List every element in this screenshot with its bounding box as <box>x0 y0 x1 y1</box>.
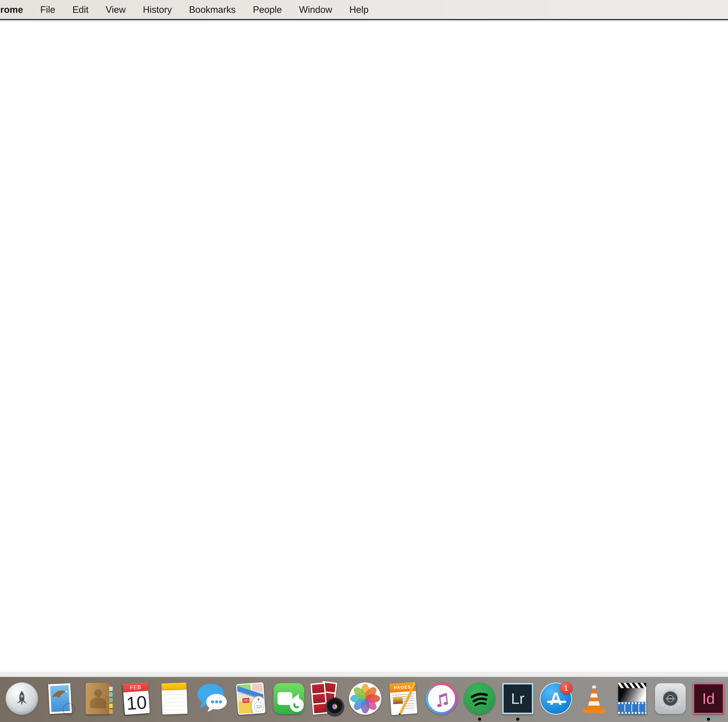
dock-item-pages[interactable]: PAGES <box>387 682 420 715</box>
menu-help[interactable]: Help <box>349 4 369 15</box>
facetime-icon <box>274 683 304 714</box>
vlc-icon <box>577 682 611 715</box>
dock-item-system-preferences[interactable] <box>654 682 687 715</box>
itunes-icon <box>425 683 457 714</box>
menu-people[interactable]: People <box>253 4 282 15</box>
dock-item-video-clip-app[interactable] <box>615 682 649 715</box>
photos-icon <box>349 682 381 715</box>
clapperboard-icon <box>618 683 646 714</box>
indesign-label: Id <box>702 690 715 707</box>
dock-item-mail[interactable] <box>43 682 77 715</box>
dock-item-lightroom[interactable]: Lr <box>501 682 534 715</box>
calendar-day: 10 <box>123 691 150 715</box>
mail-icon <box>48 683 72 714</box>
contacts-icon <box>86 683 111 714</box>
menu-view[interactable]: View <box>106 4 126 15</box>
dock-item-app-store[interactable]: A 1 <box>539 682 573 715</box>
menu-bar: rome File Edit View History Bookmarks Pe… <box>0 0 728 19</box>
gear-icon <box>658 686 683 711</box>
window-bottom-strip <box>0 672 728 677</box>
maps-route-shield: 280 <box>242 698 250 704</box>
running-indicator <box>707 717 710 721</box>
app-store-icon: A 1 <box>540 682 572 714</box>
dock-item-calendar[interactable]: FEB 10 <box>119 682 153 715</box>
window-top-strip <box>0 20 728 22</box>
menu-bookmarks[interactable]: Bookmarks <box>189 4 236 15</box>
menubar-border <box>0 19 728 20</box>
dock-item-itunes[interactable] <box>425 682 458 715</box>
dock-item-indesign[interactable]: Id <box>692 682 725 715</box>
blank-window-content <box>0 22 728 672</box>
menu-window[interactable]: Window <box>299 4 332 15</box>
running-indicator <box>516 717 519 721</box>
menu-edit[interactable]: Edit <box>72 4 89 15</box>
notes-icon <box>161 682 187 714</box>
messages-icon <box>196 682 229 715</box>
dock-item-photos[interactable] <box>349 682 382 715</box>
launchpad-icon <box>5 682 38 715</box>
filmstrip-icon <box>618 702 646 714</box>
dock-item-launchpad[interactable] <box>5 682 38 715</box>
menu-app-name[interactable]: rome <box>0 4 23 15</box>
menu-file[interactable]: File <box>40 4 55 15</box>
camera-lens-icon <box>325 697 344 716</box>
indesign-icon: Id <box>693 683 724 714</box>
dock-item-photo-booth[interactable] <box>310 682 344 715</box>
maps-3d-dial: 3D <box>251 696 265 715</box>
dock-item-vlc[interactable] <box>577 682 611 715</box>
menu-history[interactable]: History <box>143 4 172 15</box>
dock-item-messages[interactable] <box>196 682 229 715</box>
dock-item-facetime[interactable] <box>272 682 306 715</box>
lightroom-icon: Lr <box>502 683 533 714</box>
music-note-icon <box>433 690 450 707</box>
dock-item-maps[interactable]: 280 3D <box>234 682 268 715</box>
maps-3d-label: 3D <box>256 704 262 710</box>
pages-icon: PAGES <box>389 682 418 715</box>
dock-item-contacts[interactable] <box>81 682 115 715</box>
dock-item-notes[interactable] <box>158 682 191 715</box>
phone-handset-icon <box>293 701 301 709</box>
photo-booth-icon <box>310 682 344 715</box>
maps-icon: 280 3D <box>236 682 265 715</box>
running-indicator <box>478 717 481 721</box>
calendar-icon: FEB 10 <box>123 682 150 715</box>
lightroom-label: Lr <box>511 690 525 707</box>
dock: FEB 10 280 3D <box>0 677 728 722</box>
system-preferences-icon <box>655 683 686 714</box>
spotify-icon <box>464 682 496 714</box>
dock-item-spotify[interactable] <box>463 682 496 715</box>
